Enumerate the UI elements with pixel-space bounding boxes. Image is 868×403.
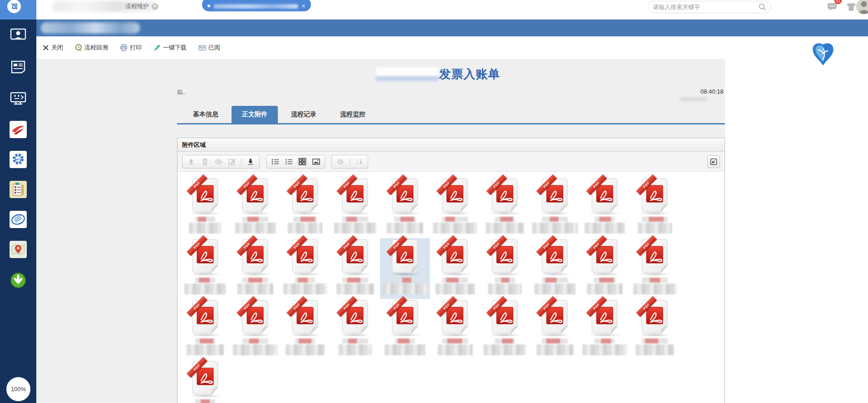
tab-flow-monitor[interactable]: 流程监控 (330, 106, 376, 123)
settings-button[interactable] (336, 158, 345, 166)
attachment-item[interactable]: PDF (180, 360, 230, 403)
sidebar-item-gear-app[interactable]: NFS (10, 151, 27, 168)
tab-close-icon[interactable]: ✕ (301, 3, 306, 9)
attachment-item[interactable]: PDF (630, 299, 680, 360)
app-logo-icon (7, 0, 21, 13)
settings-group: ZA (331, 155, 368, 169)
tab-workflow-maintenance[interactable]: 流程维护 ✕ (125, 0, 158, 13)
assistant-butterfly-logo[interactable] (810, 42, 836, 68)
attachment-item[interactable]: PDF (580, 238, 630, 299)
pdf-file-icon: PDF (241, 239, 269, 274)
pdf-file-icon: PDF (541, 239, 569, 274)
attachment-item[interactable]: PDF (530, 177, 580, 238)
tab-flow-record[interactable]: 流程记录 (281, 106, 327, 123)
attachment-item[interactable]: PDF (380, 238, 430, 299)
redacted-filename-blur (387, 217, 423, 234)
upload-button[interactable] (187, 158, 196, 166)
tab-active-document[interactable]: ✕ (202, 0, 311, 11)
envelope-icon (198, 45, 206, 51)
attachment-item[interactable]: PDF (480, 177, 530, 238)
tab-close-icon[interactable]: ✕ (152, 3, 158, 10)
upload-icon (187, 158, 195, 165)
attachment-item[interactable]: PDF (380, 177, 430, 238)
app-logo-button[interactable] (0, 0, 36, 20)
image-view-icon (312, 159, 320, 165)
preview-button[interactable] (214, 158, 223, 166)
attachment-item[interactable]: PDF (180, 238, 230, 299)
attachment-item[interactable]: PDF (480, 238, 530, 299)
attachment-item[interactable]: PDF (280, 299, 330, 360)
attachment-item[interactable]: PDF (580, 299, 630, 360)
attachment-item[interactable]: PDF (230, 177, 280, 238)
trash-icon (202, 158, 208, 165)
sort-button[interactable]: ZA (355, 158, 364, 166)
printer-icon (120, 44, 128, 51)
attachment-item[interactable]: PDF (530, 299, 580, 360)
attachment-item[interactable]: PDF (230, 299, 280, 360)
redacted-filename-blur (189, 217, 222, 234)
svg-text:A: A (356, 162, 359, 165)
list-view-button[interactable] (271, 158, 280, 166)
one-click-download-button[interactable]: 一键下载 (153, 44, 187, 52)
attachment-item[interactable]: PDF (580, 177, 630, 238)
attachment-item[interactable]: PDF (630, 238, 680, 299)
document-tab-bar: 基本信息 正文附件 流程记录 流程监控 (177, 104, 725, 124)
edit-button[interactable] (227, 158, 237, 166)
redacted-filename-blur (534, 278, 576, 294)
attachment-item[interactable]: PDF (530, 238, 580, 299)
print-button[interactable]: 打印 (120, 44, 142, 52)
detail-list-view-button[interactable] (284, 158, 293, 166)
redacted-filename-blur (233, 338, 278, 355)
redacted-filename-blur (286, 338, 325, 355)
messages-button[interactable]: 51 (825, 0, 839, 13)
zoom-level-indicator[interactable]: 100% (6, 377, 30, 401)
thumbnail-view-button[interactable] (311, 158, 321, 166)
redacted-filename-blur (532, 217, 578, 234)
close-icon (43, 45, 49, 51)
attachment-item[interactable]: PDF (180, 177, 230, 238)
search-icon[interactable] (759, 3, 766, 11)
redacted-filename-blur (235, 217, 276, 234)
close-button[interactable]: 关闭 (43, 44, 63, 52)
sidebar-item-checklist-app[interactable] (10, 181, 27, 198)
redacted-filename-blur (283, 278, 327, 294)
flow-trace-button[interactable]: 流程回溯 (75, 44, 108, 52)
redacted-breadcrumb-blur (41, 22, 140, 34)
pdf-file-icon: PDF (391, 178, 419, 213)
global-search (648, 1, 771, 13)
sidebar-item-map-app[interactable] (10, 241, 27, 258)
mark-read-button[interactable]: 已阅 (198, 44, 220, 52)
attachment-item[interactable]: PDF (480, 299, 530, 360)
tab-basic-info[interactable]: 基本信息 (182, 106, 229, 123)
pdf-file-icon: PDF (191, 239, 219, 274)
pdf-file-icon: PDF (491, 300, 519, 334)
blue-disc-logo-icon (11, 214, 25, 225)
attachment-item[interactable]: PDF (330, 177, 380, 238)
sidebar-item-disc-app[interactable] (10, 211, 27, 228)
attachment-item[interactable]: PDF (430, 177, 480, 238)
collapse-panel-button[interactable] (707, 155, 720, 168)
attachment-item[interactable]: PDF (430, 299, 480, 360)
grid-view-button[interactable] (298, 158, 307, 166)
attachment-item[interactable]: PDF (380, 299, 430, 360)
delete-button[interactable] (200, 158, 209, 166)
sidebar-item-news[interactable] (9, 57, 28, 76)
attachment-item[interactable]: PDF (330, 299, 380, 360)
attachment-item[interactable]: PDF (180, 299, 230, 360)
pdf-file-icon: PDF (341, 239, 369, 274)
attachment-item[interactable]: PDF (430, 238, 480, 299)
pdf-file-icon: PDF (191, 361, 219, 395)
download-selected-button[interactable] (246, 158, 255, 166)
document-title-row: 发票入账单 (36, 65, 725, 84)
attachment-item[interactable]: PDF (630, 177, 680, 238)
sidebar-item-dashboard[interactable] (9, 89, 28, 108)
tab-body-attachments[interactable]: 正文附件 (232, 106, 278, 123)
sidebar-item-download-app[interactable] (9, 271, 28, 290)
attachment-item[interactable]: PDF (330, 238, 380, 299)
sidebar-item-red-app[interactable] (10, 121, 27, 138)
search-input[interactable] (653, 4, 759, 10)
sidebar-item-video-user[interactable] (9, 25, 28, 45)
attachment-item[interactable]: PDF (280, 238, 330, 299)
attachment-item[interactable]: PDF (280, 177, 330, 238)
attachment-item[interactable]: PDF (230, 238, 280, 299)
